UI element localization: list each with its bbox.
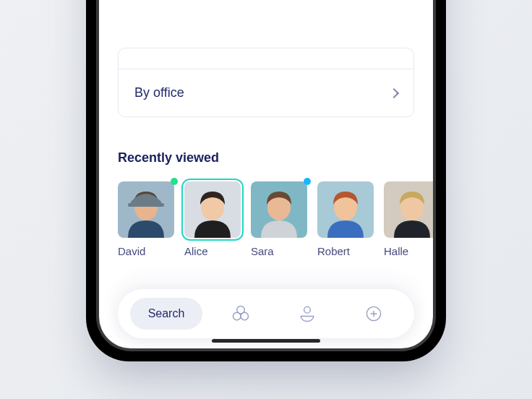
avatar-image	[251, 181, 307, 238]
avatar-image	[384, 181, 433, 238]
chevron-right-icon	[389, 87, 399, 98]
section-title-recently-viewed: Recently viewed	[118, 150, 414, 166]
avatar[interactable]	[184, 181, 241, 238]
person-card[interactable]: Alice	[184, 181, 241, 257]
person-name: Alice	[184, 245, 208, 257]
phone-frame: By office Recently viewed David Alice Sa…	[86, 0, 446, 361]
svg-point-14	[304, 306, 311, 313]
tab-add[interactable]	[346, 298, 402, 330]
svg-rect-2	[128, 203, 164, 207]
person-name: David	[118, 245, 145, 257]
filter-row-label: By office	[134, 85, 184, 100]
avatar-illustration	[317, 181, 374, 238]
avatar[interactable]	[384, 181, 433, 238]
tab-groups[interactable]	[213, 298, 269, 330]
bottom-tab-bar: Search	[118, 289, 414, 338]
groups-icon	[231, 304, 251, 324]
person-name: Halle	[384, 245, 408, 257]
avatar-illustration	[384, 181, 433, 238]
avatar-illustration	[251, 181, 307, 238]
tab-search-label: Search	[148, 307, 185, 320]
avatar[interactable]	[251, 181, 307, 238]
avatar-illustration	[118, 181, 174, 238]
avatar-image	[317, 181, 374, 238]
plus-circle-icon	[364, 304, 384, 324]
avatar[interactable]	[118, 181, 174, 238]
phone-frame-inner: By office Recently viewed David Alice Sa…	[96, 0, 436, 351]
person-name: Robert	[317, 245, 350, 257]
avatar-image	[184, 181, 241, 238]
filter-row-by-office[interactable]: By office	[119, 69, 413, 116]
person-card[interactable]: Halle	[384, 181, 433, 257]
avatar[interactable]	[317, 181, 374, 238]
person-card[interactable]: David	[118, 181, 174, 257]
filter-row-prev[interactable]	[119, 48, 413, 69]
tab-profile[interactable]	[279, 298, 335, 330]
screen: By office Recently viewed David Alice Sa…	[99, 0, 433, 348]
avatar-illustration	[184, 181, 241, 238]
status-dot	[171, 178, 178, 185]
recently-viewed-strip[interactable]: David Alice Sara Robert Halle	[118, 181, 433, 257]
filter-list: By office	[118, 48, 414, 117]
svg-point-12	[233, 312, 241, 320]
avatar-image	[118, 181, 174, 238]
person-card[interactable]: Sara	[251, 181, 307, 257]
profile-icon	[297, 304, 317, 324]
status-dot	[304, 178, 311, 185]
tab-search[interactable]: Search	[130, 298, 202, 330]
home-indicator	[212, 339, 320, 343]
svg-point-13	[241, 312, 249, 320]
person-name: Sara	[251, 245, 274, 257]
person-card[interactable]: Robert	[317, 181, 374, 257]
